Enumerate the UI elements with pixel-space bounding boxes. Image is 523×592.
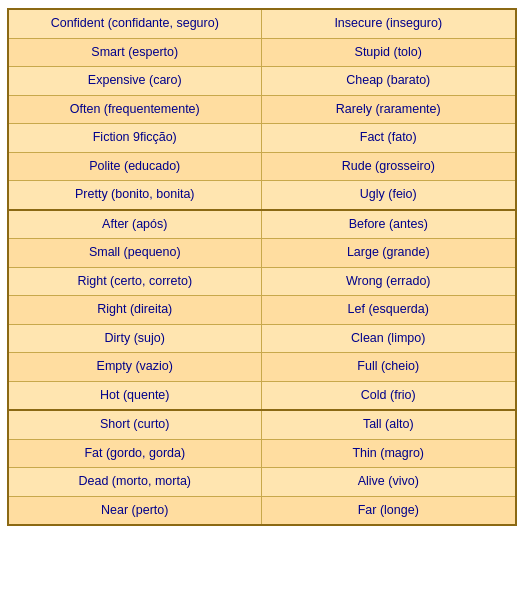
table-row: Dead (morto, morta)Alive (vivo): [9, 468, 515, 497]
cell-right: Tall (alto): [262, 411, 515, 439]
cell-left: Near (perto): [9, 497, 263, 525]
cell-left: Right (direita): [9, 296, 263, 324]
vocabulary-table: Confident (confidante, seguro)Insecure (…: [7, 8, 517, 526]
cell-right: Thin (magro): [262, 440, 515, 468]
cell-right: Wrong (errado): [262, 268, 515, 296]
cell-right: Fact (fato): [262, 124, 515, 152]
cell-left: Often (frequentemente): [9, 96, 263, 124]
cell-left: Smart (esperto): [9, 39, 263, 67]
cell-left: Polite (educado): [9, 153, 263, 181]
cell-left: Hot (quente): [9, 382, 263, 410]
section-0: Confident (confidante, seguro)Insecure (…: [9, 10, 515, 211]
cell-left: Expensive (caro): [9, 67, 263, 95]
cell-left: Confident (confidante, seguro): [9, 10, 263, 38]
table-row: Small (pequeno)Large (grande): [9, 239, 515, 268]
cell-right: Large (grande): [262, 239, 515, 267]
cell-left: Dirty (sujo): [9, 325, 263, 353]
cell-right: Ugly (feio): [262, 181, 515, 209]
table-row: Dirty (sujo)Clean (limpo): [9, 325, 515, 354]
cell-right: Lef (esquerda): [262, 296, 515, 324]
table-row: After (após)Before (antes): [9, 211, 515, 240]
cell-right: Rude (grosseiro): [262, 153, 515, 181]
table-row: Near (perto)Far (longe): [9, 497, 515, 525]
table-row: Pretty (bonito, bonita)Ugly (feio): [9, 181, 515, 209]
cell-left: Small (pequeno): [9, 239, 263, 267]
cell-left: Empty (vazio): [9, 353, 263, 381]
cell-left: Right (certo, correto): [9, 268, 263, 296]
table-row: Right (certo, correto)Wrong (errado): [9, 268, 515, 297]
cell-right: Alive (vivo): [262, 468, 515, 496]
table-row: Smart (esperto)Stupid (tolo): [9, 39, 515, 68]
table-row: Short (curto)Tall (alto): [9, 411, 515, 440]
table-row: Confident (confidante, seguro)Insecure (…: [9, 10, 515, 39]
table-row: Empty (vazio)Full (cheio): [9, 353, 515, 382]
section-1: After (após)Before (antes)Small (pequeno…: [9, 211, 515, 412]
cell-left: Short (curto): [9, 411, 263, 439]
cell-right: Full (cheio): [262, 353, 515, 381]
cell-left: Pretty (bonito, bonita): [9, 181, 263, 209]
table-row: Fat (gordo, gorda)Thin (magro): [9, 440, 515, 469]
cell-right: Rarely (raramente): [262, 96, 515, 124]
cell-right: Before (antes): [262, 211, 515, 239]
table-row: Fiction 9ficção)Fact (fato): [9, 124, 515, 153]
cell-left: Fat (gordo, gorda): [9, 440, 263, 468]
table-row: Hot (quente)Cold (frio): [9, 382, 515, 410]
cell-left: After (após): [9, 211, 263, 239]
cell-right: Cheap (barato): [262, 67, 515, 95]
cell-right: Cold (frio): [262, 382, 515, 410]
cell-right: Stupid (tolo): [262, 39, 515, 67]
cell-right: Clean (limpo): [262, 325, 515, 353]
table-row: Often (frequentemente)Rarely (raramente): [9, 96, 515, 125]
table-row: Right (direita)Lef (esquerda): [9, 296, 515, 325]
cell-left: Fiction 9ficção): [9, 124, 263, 152]
cell-left: Dead (morto, morta): [9, 468, 263, 496]
table-row: Expensive (caro)Cheap (barato): [9, 67, 515, 96]
cell-right: Insecure (inseguro): [262, 10, 515, 38]
cell-right: Far (longe): [262, 497, 515, 525]
table-row: Polite (educado)Rude (grosseiro): [9, 153, 515, 182]
section-2: Short (curto)Tall (alto)Fat (gordo, gord…: [9, 411, 515, 524]
